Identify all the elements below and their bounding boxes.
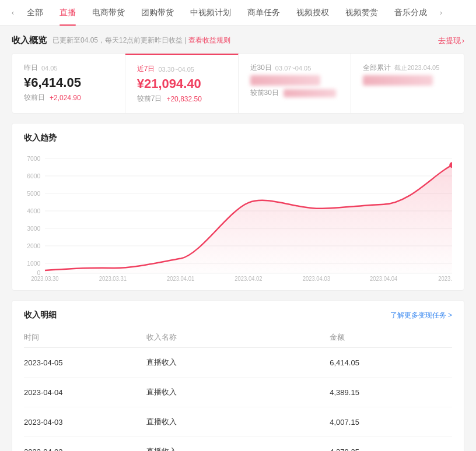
svg-text:4000: 4000 [27,207,40,214]
cell-amount: 4,378.35 [330,437,452,452]
cell-date: 2023-04-04 [24,378,146,407]
cell-amount: 4,389.15 [330,378,452,407]
cell-name: 直播收入 [146,348,330,378]
nav-item-music[interactable]: 音乐分成 [386,0,435,26]
chart-container: 7000 6000 5000 4000 3000 2000 1000 0 [24,153,452,281]
month30-compare: 较前30日 [250,88,340,98]
cell-date: 2023-04-03 [24,407,146,437]
month30-amount-blurred [250,75,320,86]
overview-header: 收入概览 已更新至04.05，每天12点前更新昨日收益 | 查看收益规则 去提现… [12,35,464,46]
card-total[interactable]: 全部累计 截止2023.04.05 [351,54,464,113]
trend-title: 收入趋势 [24,133,452,143]
col-header-name: 收入名称 [146,327,330,348]
top-navigation: ‹ 全部 直播 电商带货 团购带货 中视频计划 商单任务 视频授权 视频赞赏 音… [0,0,476,26]
table-row: 2023-04-02 直播收入 4,378.35 [24,437,452,452]
svg-text:2023.04.01: 2023.04.01 [167,276,194,281]
svg-text:2023.04.03: 2023.04.03 [303,276,330,281]
detail-header: 收入明细 了解更多变现任务 > [24,310,452,320]
trend-section: 收入趋势 7000 6000 5000 4000 3000 2000 1000 … [12,123,464,291]
table-row: 2023-04-05 直播收入 6,414.05 [24,348,452,378]
svg-text:1000: 1000 [27,260,40,267]
nav-item-group[interactable]: 团购带货 [133,0,182,26]
nav-item-merchant[interactable]: 商单任务 [239,0,288,26]
yesterday-amount: ¥6,414.05 [24,75,113,90]
total-amount-blurred [363,75,433,86]
cell-amount: 4,007.15 [330,407,452,437]
detail-more-link[interactable]: 了解更多变现任务 > [390,311,452,320]
nav-item-video-auth[interactable]: 视频授权 [288,0,337,26]
week7-amount: ¥21,094.40 [137,76,226,91]
nav-item-all[interactable]: 全部 [19,0,51,26]
svg-text:2023.04.04: 2023.04.04 [370,276,398,281]
week7-compare: 较前7日 +20,832.50 [137,94,226,104]
svg-text:2023.03.30: 2023.03.30 [31,276,59,281]
card-week7[interactable]: 近7日 03.30~04.05 ¥21,094.40 较前7日 +20,832.… [125,54,239,113]
overview-cards: 昨日 04.05 ¥6,414.05 较前日 +2,024.90 近7日 03.… [12,53,464,114]
svg-text:7000: 7000 [27,155,40,162]
cell-name: 直播收入 [146,407,330,437]
card-yesterday[interactable]: 昨日 04.05 ¥6,414.05 较前日 +2,024.90 [12,54,125,113]
update-info: 已更新至04.05，每天12点前更新昨日收益 | 查看收益规则 [52,36,230,45]
svg-text:2023.04.02: 2023.04.02 [235,276,262,281]
main-content: 收入概览 已更新至04.05，每天12点前更新昨日收益 | 查看收益规则 去提现… [0,26,476,451]
detail-table: 时间 收入名称 金额 2023-04-05 直播收入 6,414.05 2023… [24,327,452,451]
svg-text:5000: 5000 [27,190,40,197]
svg-text:2000: 2000 [27,242,40,249]
svg-text:6000: 6000 [27,172,40,179]
card-month30[interactable]: 近30日 03.07~04.05 较前30日 [239,54,352,113]
detail-section: 收入明细 了解更多变现任务 > 时间 收入名称 金额 2023-04-05 直播… [12,300,464,451]
svg-text:2023.03.31: 2023.03.31 [99,276,127,281]
yesterday-compare: 较前日 +2,024.90 [24,93,113,103]
table-row: 2023-04-03 直播收入 4,007.15 [24,407,452,437]
month30-compare-blurred [284,89,336,97]
nav-prev-arrow[interactable]: ‹ [7,9,19,17]
cell-name: 直播收入 [146,437,330,452]
col-header-amount: 金额 [330,327,452,348]
cell-date: 2023-04-05 [24,348,146,378]
cell-amount: 6,414.05 [330,348,452,378]
trend-chart: 7000 6000 5000 4000 3000 2000 1000 0 [24,153,452,281]
cell-date: 2023-04-02 [24,437,146,452]
nav-item-mid-video[interactable]: 中视频计划 [182,0,239,26]
overview-title: 收入概览 [12,35,47,46]
svg-text:3000: 3000 [27,225,40,232]
nav-item-live[interactable]: 直播 [51,0,84,26]
table-row: 2023-04-04 直播收入 4,389.15 [24,378,452,407]
chart-fill-area [45,165,452,273]
svg-text:2023.04.05: 2023.04.05 [438,276,452,281]
cell-name: 直播收入 [146,378,330,407]
withdraw-button[interactable]: 去提现 › [438,36,464,46]
detail-title: 收入明细 [24,310,57,320]
nav-item-ecommerce[interactable]: 电商带货 [84,0,133,26]
nav-item-video-reward[interactable]: 视频赞赏 [337,0,386,26]
col-header-time: 时间 [24,327,146,348]
nav-next-arrow[interactable]: › [435,9,447,17]
update-link[interactable]: 查看收益规则 [188,36,230,44]
